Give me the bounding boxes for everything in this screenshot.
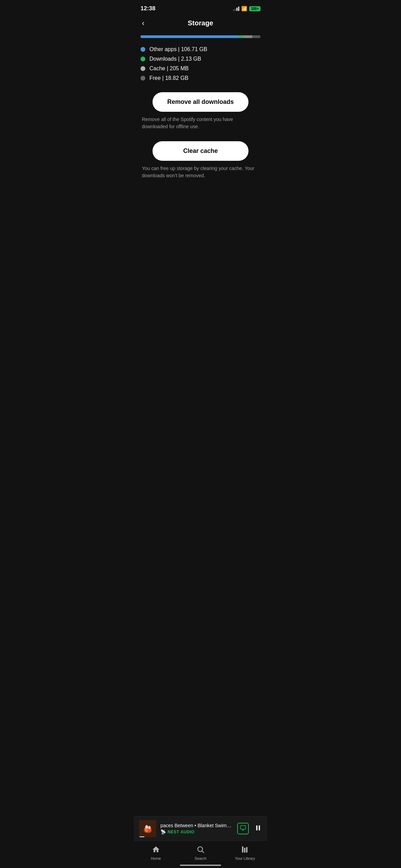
wifi-icon: 📶 — [241, 6, 247, 11]
clear-cache-description: You can free up storage by clearing your… — [142, 165, 259, 179]
storage-legend: Other apps | 106.71 GB Downloads | 2.13 … — [141, 46, 260, 81]
legend-label-cache: Cache | 205 MB — [149, 65, 189, 72]
status-bar: 12:38 📶 100+ — [134, 0, 267, 15]
back-button[interactable]: ‹ — [141, 17, 146, 29]
legend-item-free: Free | 18.82 GB — [141, 75, 260, 81]
legend-item-downloads: Downloads | 2.13 GB — [141, 56, 260, 62]
storage-bar-other-apps — [141, 35, 239, 38]
legend-dot-other-apps — [141, 47, 145, 52]
page-header: ‹ Storage — [134, 15, 267, 33]
legend-dot-free — [141, 76, 145, 81]
battery-indicator: 100+ — [249, 6, 260, 11]
legend-dot-cache — [141, 66, 145, 71]
legend-item-cache: Cache | 205 MB — [141, 65, 260, 72]
legend-label-downloads: Downloads | 2.13 GB — [149, 56, 201, 62]
status-time: 12:38 — [141, 5, 155, 12]
signal-icon — [233, 6, 239, 11]
remove-downloads-button[interactable]: Remove all downloads — [153, 92, 248, 112]
storage-bar — [141, 35, 260, 38]
page-title: Storage — [188, 19, 213, 27]
storage-bar-cache — [243, 35, 252, 38]
storage-bar-downloads — [239, 35, 243, 38]
status-icons: 📶 100+ — [233, 6, 260, 11]
legend-dot-downloads — [141, 57, 145, 61]
legend-label-free: Free | 18.82 GB — [149, 75, 189, 81]
legend-label-other-apps: Other apps | 106.71 GB — [149, 46, 207, 52]
remove-downloads-description: Remove all of the Spotify content you ha… — [142, 116, 259, 130]
legend-item-other-apps: Other apps | 106.71 GB — [141, 46, 260, 52]
clear-cache-button[interactable]: Clear cache — [153, 141, 248, 161]
